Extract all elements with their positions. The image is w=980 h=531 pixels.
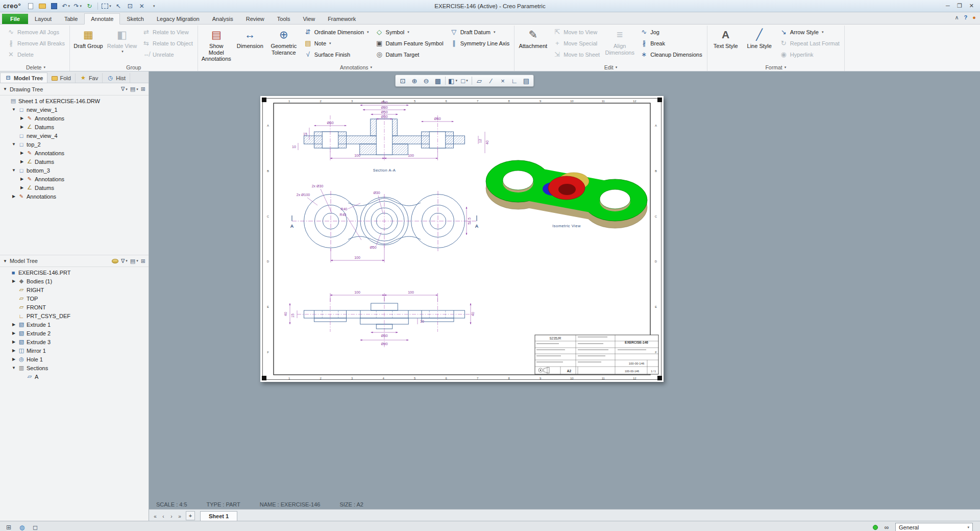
tree-item-hole-1[interactable]: ▶◎Hole 1: [0, 355, 149, 364]
tree-item-extrude-3[interactable]: ▶▧Extrude 3: [0, 337, 149, 346]
hidden-line-button[interactable]: □▾: [459, 76, 470, 86]
dim-r40[interactable]: R40: [341, 207, 348, 211]
select-caret-icon[interactable]: ▾: [109, 4, 111, 8]
redo-caret-icon[interactable]: ▾: [80, 4, 82, 8]
relate-to-object-button[interactable]: ⇆Relate to Object: [139, 38, 195, 49]
tab-layout[interactable]: Layout: [29, 14, 58, 24]
last-sheet-button[interactable]: »: [176, 512, 184, 521]
arrow-style-button[interactable]: ↘Arrow Style▾: [777, 27, 842, 37]
expand-icon[interactable]: ▶: [11, 331, 16, 335]
isometric-view[interactable]: Isometric View: [486, 160, 647, 228]
geometric-tolerance-button[interactable]: ⊕Geometric Tolerance: [267, 27, 300, 61]
undo-caret-icon[interactable]: ▾: [68, 4, 70, 8]
dim-12[interactable]: 12: [478, 139, 482, 143]
symbol-caret-icon[interactable]: ▾: [407, 30, 409, 34]
expand-icon[interactable]: ▶: [19, 151, 24, 155]
ordinate-dimension-button[interactable]: ⇵Ordinate Dimension▾: [301, 27, 372, 37]
model-tree-columns-icon[interactable]: ▤▾: [130, 258, 138, 264]
tab-framework[interactable]: Framework: [322, 14, 362, 24]
symbol-button[interactable]: ◇Symbol▾: [373, 27, 446, 37]
symmetry-line-axis-button[interactable]: ∥Symmetry Line Axis: [447, 38, 512, 49]
save-button[interactable]: [50, 2, 59, 11]
minimize-button[interactable]: ─: [946, 3, 950, 9]
jog-button[interactable]: ∿Jog: [637, 27, 705, 37]
tree-item-annotations[interactable]: ▶✎Annotations: [0, 175, 149, 183]
sheet-svg[interactable]: Ø90 Ø80 Ø50 Ø30 Ø60 Ø60 15 10 12 40 100 …: [260, 96, 664, 382]
cleanup-dimensions-button[interactable]: ∗Cleanup Dimensions: [637, 49, 705, 60]
tab-favorites[interactable]: ★Fav: [76, 73, 103, 83]
surface-finish-button[interactable]: √Surface Finish: [301, 49, 372, 60]
tree-item-new-view-4[interactable]: ▶□new_view_4: [0, 131, 149, 140]
tree-item-bottom-3[interactable]: ▼□bottom_3: [0, 166, 149, 175]
tree-item-mirror-1[interactable]: ▶◫Mirror 1: [0, 346, 149, 355]
dim-r45[interactable]: R45: [340, 213, 347, 216]
align-dimensions-button[interactable]: ≡Align Dimensions: [603, 27, 636, 61]
tab-history[interactable]: ◷Hist: [103, 73, 130, 83]
tab-sketch[interactable]: Sketch: [120, 14, 150, 24]
delete-button[interactable]: ✕Delete: [4, 49, 67, 60]
hyperlink-button[interactable]: ◉Hyperlink: [777, 49, 842, 60]
tab-view[interactable]: View: [297, 14, 321, 24]
remove-all-breaks-button[interactable]: ∦Remove All Breaks: [4, 38, 67, 49]
expand-icon[interactable]: ▶: [11, 194, 16, 199]
tree-columns-icon[interactable]: ▤▾: [130, 86, 138, 92]
repaint-button[interactable]: ▩: [432, 76, 444, 86]
tree-filter-icon[interactable]: ∇▾: [121, 86, 128, 92]
panel-toggle-icon[interactable]: ◻: [31, 523, 40, 531]
graphics-area[interactable]: ⊡ ⊕ ⊖ ▩ ◧▾ □▾ ▱ ∕ × ∟ ▤: [149, 71, 980, 521]
selection-filter-icon[interactable]: ⊞: [4, 523, 13, 531]
selection-filter-select[interactable]: General ▾: [895, 523, 973, 531]
zoom-out-button[interactable]: ⊖: [421, 76, 432, 86]
add-sheet-button[interactable]: +: [186, 511, 195, 520]
note-button[interactable]: ▤Note▾: [301, 38, 372, 49]
drawing-canvas[interactable]: ⊡ ⊕ ⊖ ▩ ◧▾ □▾ ▱ ∕ × ∟ ▤: [149, 71, 980, 500]
ordinate-caret-icon[interactable]: ▾: [367, 30, 369, 34]
relate-view-button[interactable]: ◧Relate View▾: [106, 27, 138, 61]
selection-filter-caret-icon[interactable]: ▾: [967, 525, 969, 529]
dim-d50-bottom[interactable]: Ø50: [381, 334, 387, 337]
tree-item-sheet1[interactable]: ▶▤Sheet 1 of EXERCISE-146.DRW: [0, 96, 149, 105]
tab-folder-browser[interactable]: Fold: [47, 74, 75, 83]
customize-toolbar-button[interactable]: ▾: [149, 2, 158, 11]
tab-table[interactable]: Table: [58, 14, 84, 24]
move-to-view-button[interactable]: ⇱Move to View: [550, 27, 602, 37]
group-label-group[interactable]: Group: [72, 63, 195, 71]
dim-15-bottom[interactable]: 15: [291, 313, 295, 318]
drawing-sheet[interactable]: Ø90 Ø80 Ø50 Ø30 Ø60 Ø60 15 10 12 40 100 …: [260, 96, 664, 382]
dim-2x-d30[interactable]: 2x Ø30: [312, 184, 324, 188]
collapse-ribbon-icon[interactable]: ∧: [955, 14, 959, 21]
close-window-button[interactable]: ✕: [137, 2, 146, 11]
expand-icon[interactable]: ▶: [19, 125, 24, 129]
dim-d90[interactable]: Ø90: [381, 101, 387, 104]
dim-100-plan[interactable]: 100: [354, 256, 360, 259]
tab-review[interactable]: Review: [240, 14, 271, 24]
relate-to-view-button[interactable]: ⇄Relate to View: [139, 27, 195, 37]
undo-button[interactable]: ↶▾: [61, 2, 70, 11]
dim-15[interactable]: 15: [303, 132, 307, 136]
tree-item-new-view-1[interactable]: ▼□new_view_1: [0, 105, 149, 114]
dim-d90-bottom[interactable]: Ø90: [381, 342, 387, 346]
first-sheet-button[interactable]: «: [151, 512, 159, 521]
dim-52-5[interactable]: 52.5: [468, 218, 471, 225]
plan-view[interactable]: 2x Ø30 2x Ø100 R40 R45 Ø30 Ø50 52.5 100 …: [290, 184, 479, 262]
break-button[interactable]: ∦Break: [637, 38, 705, 49]
expand-icon[interactable]: ▼: [11, 366, 16, 370]
expand-icon[interactable]: ▶: [11, 322, 16, 327]
dim-d60-right[interactable]: Ø60: [434, 117, 440, 120]
datum-feature-symbol-button[interactable]: ▣Datum Feature Symbol: [373, 38, 446, 49]
dim-100-right[interactable]: 100: [408, 154, 414, 157]
dim-d50-plan[interactable]: Ø50: [370, 246, 376, 249]
tree-item-extrude-1[interactable]: ▶▧Extrude 1: [0, 320, 149, 329]
line-style-button[interactable]: ╱Line Style: [743, 27, 776, 61]
group-label-edit[interactable]: Edit▾: [517, 63, 704, 71]
tab-tools[interactable]: Tools: [271, 14, 297, 24]
tree-item-sections[interactable]: ▼▥Sections: [0, 364, 149, 372]
display-style-button[interactable]: ◧▾: [447, 76, 458, 86]
expand-icon[interactable]: ▶: [19, 177, 24, 181]
draft-datum-caret-icon[interactable]: ▾: [494, 30, 496, 34]
draft-datum-button[interactable]: ▽Draft Datum▾: [447, 27, 512, 37]
expand-icon[interactable]: ▶: [11, 340, 16, 344]
dim-d30-plan[interactable]: Ø30: [373, 191, 380, 195]
tree-item-part[interactable]: ▶■EXERCISE-146.PRT: [0, 268, 149, 277]
drawing-tree-collapse-icon[interactable]: ▼: [3, 87, 7, 91]
